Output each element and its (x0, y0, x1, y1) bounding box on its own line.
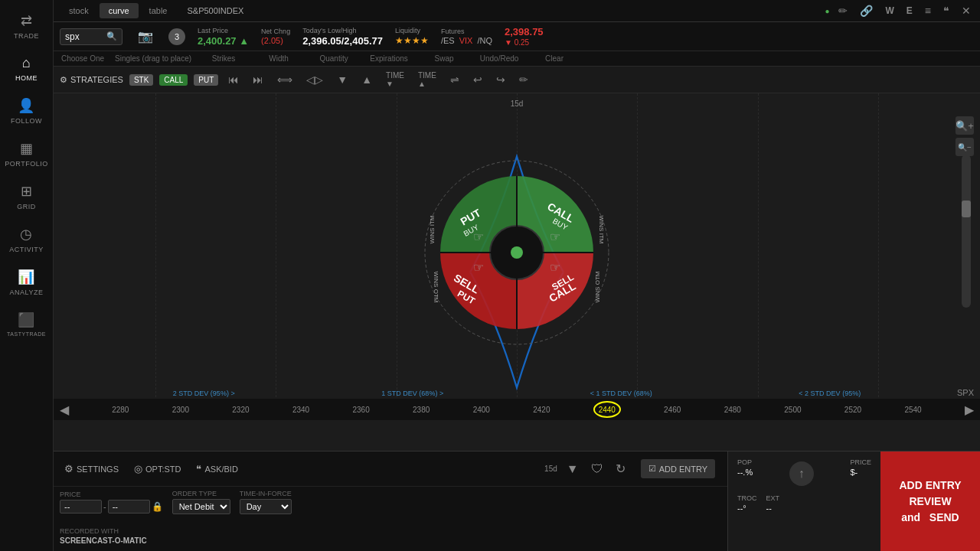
opt-expirations[interactable]: Expirations (366, 54, 412, 63)
last-price-label: Last Price (198, 27, 249, 34)
opt-singles[interactable]: Singles (drag to place) (115, 54, 191, 63)
zoom-out-button[interactable]: 🔍− (956, 138, 974, 156)
sidebar-item-activity[interactable]: ◷ ACTIVITY (0, 220, 53, 259)
stk-button[interactable]: STK (129, 74, 153, 86)
tab-table[interactable]: table (140, 3, 177, 18)
refresh-button[interactable]: ↻ (612, 460, 629, 478)
opt-choose-one[interactable]: Choose One (60, 54, 106, 63)
time-up-button[interactable]: TIME▲ (414, 70, 440, 90)
svg-text:WINS OTM: WINS OTM (433, 271, 439, 302)
price-input-2[interactable] (108, 500, 150, 514)
review-send-text: ADD ENTRY REVIEW and SEND (899, 478, 961, 526)
opt-std-button[interactable]: ◎ OPT:STD (129, 461, 185, 476)
zoom-thumb[interactable] (962, 201, 971, 217)
net-chng-value: (2.05) (261, 36, 290, 45)
sidebar-item-home[interactable]: ⌂ HOME (0, 49, 53, 88)
add-entry-button[interactable]: ☑ ADD ENTRY (641, 459, 715, 478)
strategies-label-group: ⚙ STRATEGIES (60, 75, 123, 85)
action-bar: ⚙ SETTINGS ◎ OPT:STD ❝ ASK/BID 15d (54, 452, 980, 551)
sidebar-item-trade[interactable]: ⇄ TRADE (0, 6, 53, 46)
settings-button[interactable]: ⚙ SETTINGS (60, 461, 123, 476)
e-icon[interactable]: E (903, 4, 916, 18)
ask-bid-label: ASK/BID (204, 465, 237, 474)
camera-icon[interactable]: 📷 (135, 28, 156, 45)
fast-forward-button[interactable]: ⏭ (249, 72, 267, 87)
order-refresh-button[interactable]: ↑ (789, 461, 814, 486)
w-icon[interactable]: W (882, 4, 897, 18)
zoom-slider[interactable] (962, 155, 971, 308)
tab-stock[interactable]: stock (60, 3, 98, 18)
sidebar-item-tastytrade[interactable]: ⬛ TASTYTRADE (0, 305, 53, 343)
svg-text:☞: ☞ (550, 261, 560, 274)
chart-area: 15d (54, 93, 980, 451)
price-input-1[interactable] (60, 500, 102, 514)
collapse-button[interactable]: ⟺ (273, 72, 296, 87)
add-entry-label: ADD ENTRY (659, 465, 707, 474)
close-icon[interactable]: ✕ (959, 3, 974, 18)
sidebar-item-follow[interactable]: 👤 FOLLOW (0, 91, 53, 131)
liquidity-stat: Liquidity ★★★★ (395, 27, 429, 46)
low-high-stat: Today's Low/High 2,396.05/2,405.77 (302, 27, 383, 47)
sidebar: ⇄ TRADE ⌂ HOME 👤 FOLLOW ▦ PORTFOLIO ⊞ GR… (0, 0, 54, 551)
ticker-index: S&P500INDEX (187, 6, 243, 15)
x-tick-2480: 2480 (724, 406, 741, 414)
ask-bid-button[interactable]: ❝ ASK/BID (191, 461, 242, 476)
menu-icon[interactable]: ≡ (922, 3, 934, 18)
sidebar-item-grid[interactable]: ⊞ GRID (0, 177, 53, 217)
time-in-force-label: Time-In-Force (240, 490, 292, 497)
x-tick-2420: 2420 (533, 406, 550, 414)
order-type-label: Order Type (172, 490, 230, 497)
pencil-icon[interactable]: ✏ (835, 3, 851, 18)
quote-icon[interactable]: ❝ (940, 3, 952, 18)
expand-button[interactable]: ◁▷ (302, 72, 327, 87)
opt-clear[interactable]: Clear (531, 54, 577, 63)
review-send-section[interactable]: ADD ENTRY REVIEW and SEND (880, 452, 980, 551)
price-input-group: - 🔒 (60, 500, 163, 514)
opt-quantity[interactable]: Quantity (311, 54, 357, 63)
main-content: stock curve table S&P500INDEX ● ✏ 🔗 W E … (54, 0, 980, 551)
sidebar-item-portfolio[interactable]: ▦ PORTFOLIO (0, 134, 53, 174)
ext-value: -- (766, 504, 780, 513)
search-icon[interactable]: 🔍 (106, 31, 117, 41)
redo-button[interactable]: ↪ (492, 72, 509, 87)
futures-vix[interactable]: VIX (459, 36, 473, 45)
price-bar: 🔍 📷 3 Last Price 2,400.27 ▲ Net Chng (2.… (54, 22, 980, 51)
undo-button[interactable]: ↩ (469, 72, 486, 87)
options-bar: Choose One Singles (drag to place) Strik… (54, 51, 980, 67)
opt-width[interactable]: Width (256, 54, 302, 63)
put-button[interactable]: PUT (194, 74, 218, 86)
up-arrow-button[interactable]: ▲ (358, 72, 376, 87)
time-down-button[interactable]: TIME▼ (382, 70, 408, 90)
search-input[interactable] (65, 31, 103, 42)
opt-undo-redo[interactable]: Undo/Redo (476, 54, 522, 63)
order-type-select[interactable]: Net Debit (172, 499, 230, 514)
troc-value: --° (737, 504, 757, 513)
down-arrow-button[interactable]: ▼ (333, 72, 351, 87)
futures-nq[interactable]: /NQ (477, 36, 492, 45)
pencil-tool-button[interactable]: ✏ (515, 72, 532, 87)
link-icon[interactable]: 🔗 (857, 3, 876, 18)
tab-curve[interactable]: curve (100, 3, 139, 18)
futures-stat: Futures /ES VIX /NQ (441, 28, 492, 45)
time-in-force-select[interactable]: Day (240, 499, 292, 514)
x-tick-2500: 2500 (784, 406, 801, 414)
wheel-svg: ☞ ☞ ☞ ☞ PUT BUY CALL BUY SELL PUT (417, 153, 616, 352)
arrow-swap-button[interactable]: ⇌ (446, 72, 463, 87)
opt-swap[interactable]: Swap (421, 54, 467, 63)
opt-strikes[interactable]: Strikes (201, 54, 247, 63)
low-high-label: Today's Low/High (302, 27, 383, 34)
x-nav-left[interactable]: ◀ (54, 403, 75, 417)
filter-dropdown-button[interactable]: ▼ (564, 461, 582, 478)
search-box[interactable]: 🔍 (60, 28, 122, 45)
call-button[interactable]: CALL (159, 74, 188, 86)
x-nav-right[interactable]: ▶ (959, 403, 980, 417)
futures-es[interactable]: /ES (441, 36, 455, 45)
futures-change-row: ▼ 0.25 (505, 38, 544, 47)
shield-button[interactable]: 🛡 (588, 461, 606, 478)
x-tick-2440: 2440 (593, 401, 621, 418)
sidebar-label-trade: TRADE (14, 32, 39, 40)
futures-change-value: 0.25 (514, 38, 529, 47)
sidebar-item-analyze[interactable]: 📊 ANALYZE (0, 262, 53, 302)
zoom-in-button[interactable]: 🔍+ (956, 116, 974, 135)
fast-back-button[interactable]: ⏮ (224, 72, 243, 87)
